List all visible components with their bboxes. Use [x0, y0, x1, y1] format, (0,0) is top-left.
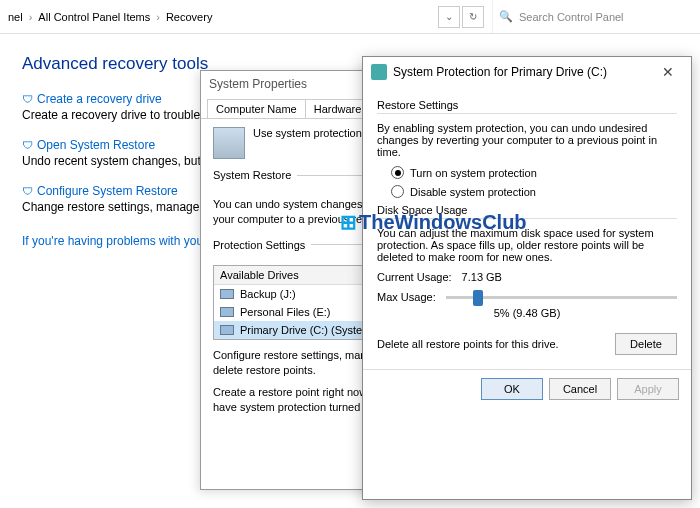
- search-input[interactable]: 🔍 Search Control Panel: [492, 0, 692, 33]
- address-bar: nel › All Control Panel Items › Recovery…: [0, 0, 700, 34]
- drive-icon: [220, 325, 234, 335]
- tab-hardware[interactable]: Hardware: [305, 99, 371, 118]
- system-protection-dialog: System Protection for Primary Drive (C:)…: [362, 56, 692, 500]
- radio-icon: [391, 166, 404, 179]
- shield-icon: 🛡: [22, 139, 33, 151]
- disk-space-group: Disk Space Usage You can adjust the maxi…: [377, 204, 677, 355]
- radio-disable[interactable]: Disable system protection: [391, 185, 677, 198]
- close-button[interactable]: ✕: [653, 64, 683, 80]
- breadcrumb-part[interactable]: Recovery: [166, 11, 212, 23]
- apply-button[interactable]: Apply: [617, 378, 679, 400]
- cancel-button[interactable]: Cancel: [549, 378, 611, 400]
- radio-label: Disable system protection: [410, 186, 536, 198]
- drive-icon: [220, 307, 234, 317]
- disk-space-desc: You can adjust the maximum disk space us…: [377, 227, 677, 263]
- restore-settings-group: Restore Settings By enabling system prot…: [377, 99, 677, 198]
- radio-turn-on[interactable]: Turn on system protection: [391, 166, 677, 179]
- dialog-buttons: OK Cancel Apply: [363, 369, 691, 408]
- group-label: Protection Settings: [213, 239, 311, 251]
- breadcrumb-part: nel: [8, 11, 23, 23]
- shield-icon: 🛡: [22, 93, 33, 105]
- group-label: Disk Space Usage: [377, 204, 677, 216]
- max-usage-slider[interactable]: [446, 296, 677, 299]
- current-usage-value: 7.13 GB: [462, 271, 502, 283]
- shield-icon: 🛡: [22, 185, 33, 197]
- slider-thumb[interactable]: [473, 290, 483, 306]
- refresh-button[interactable]: ↻: [462, 6, 484, 28]
- dropdown-button[interactable]: ⌄: [438, 6, 460, 28]
- max-usage-label: Max Usage:: [377, 291, 436, 303]
- tool-link[interactable]: Create a recovery drive: [37, 92, 162, 106]
- tool-link[interactable]: Open System Restore: [37, 138, 155, 152]
- group-label: System Restore: [213, 169, 297, 181]
- drive-icon: [220, 289, 234, 299]
- protection-icon: [371, 64, 387, 80]
- breadcrumb-part[interactable]: All Control Panel Items: [38, 11, 150, 23]
- max-usage-value: 5% (9.48 GB): [377, 307, 677, 319]
- dialog-title: System Protection for Primary Drive (C:): [393, 65, 607, 79]
- search-icon: 🔍: [499, 10, 513, 23]
- radio-icon: [391, 185, 404, 198]
- delete-button[interactable]: Delete: [615, 333, 677, 355]
- restore-settings-desc: By enabling system protection, you can u…: [377, 122, 677, 158]
- group-label: Restore Settings: [377, 99, 677, 111]
- ok-button[interactable]: OK: [481, 378, 543, 400]
- delete-restore-text: Delete all restore points for this drive…: [377, 338, 559, 350]
- current-usage-label: Current Usage:: [377, 271, 452, 283]
- chevron-right-icon: ›: [29, 11, 33, 23]
- tool-link[interactable]: Configure System Restore: [37, 184, 178, 198]
- chevron-right-icon: ›: [156, 11, 160, 23]
- radio-label: Turn on system protection: [410, 167, 537, 179]
- search-placeholder: Search Control Panel: [519, 11, 624, 23]
- breadcrumb[interactable]: nel › All Control Panel Items › Recovery: [8, 11, 430, 23]
- computer-icon: [213, 127, 245, 159]
- tab-computer-name[interactable]: Computer Name: [207, 99, 306, 118]
